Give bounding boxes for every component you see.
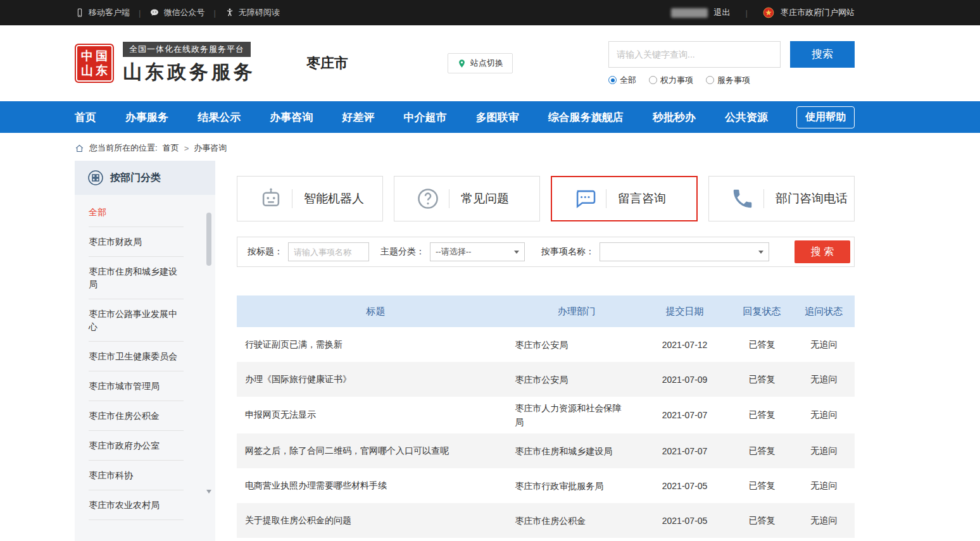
cell-followup-status: 无追问 (793, 445, 855, 457)
seal-character: 中 (80, 49, 94, 63)
site-switch-label: 站点切换 (470, 58, 503, 69)
topbar: 移动客户端 | 微信公众号 | 无障碍阅读 退出 | 枣庄市政府门户网站 (0, 0, 980, 25)
table-body: 行驶证副页已满，需换新枣庄市公安局2021-07-12已答复无追问办理《国际旅行… (237, 327, 855, 538)
sidebar-item-7[interactable]: 枣庄市政府办公室 (89, 431, 184, 461)
sidebar-scrollbar[interactable] (206, 213, 211, 488)
cell-submit-date: 2021-07-05 (638, 516, 731, 526)
department-sidebar: 按部门分类 全部枣庄市财政局枣庄市住房和城乡建设局枣庄市公路事业发展中心枣庄市卫… (75, 161, 215, 541)
radio-circle-icon (608, 76, 617, 84)
location-pin-icon (457, 59, 467, 68)
consultation-table: 标题办理部门提交日期回复状态追问状态 行驶证副页已满，需换新枣庄市公安局2021… (237, 295, 855, 538)
consult-tabs: 智能机器人常见问题留言咨询部门咨询电话 (237, 176, 855, 221)
cell-submit-date: 2021-07-07 (638, 446, 731, 456)
divider: | (139, 8, 141, 18)
nav-item-1[interactable]: 办事服务 (125, 110, 168, 125)
cell-followup-status: 无追问 (793, 374, 855, 385)
tab-label: 常见问题 (461, 190, 509, 207)
cell-title[interactable]: 申报网页无法显示 (237, 409, 515, 421)
category-select[interactable]: --请选择-- (430, 242, 525, 261)
item-select[interactable] (600, 242, 769, 261)
seal-character: 国 (94, 49, 109, 63)
main-nav-items: 首页办事服务结果公示办事咨询好差评中介超市多图联审综合服务旗舰店秒批秒办公共资源 (75, 110, 768, 125)
nav-item-0[interactable]: 首页 (75, 110, 96, 125)
nav-item-7[interactable]: 综合服务旗舰店 (548, 110, 624, 125)
sidebar-item-9[interactable]: 枣庄市农业农村局 (89, 490, 184, 520)
tab-robot[interactable]: 智能机器人 (237, 176, 383, 221)
category-icon (87, 170, 104, 186)
cell-department: 枣庄市住房公积金 (515, 514, 638, 528)
divider (606, 189, 606, 208)
table-row: 办理《国际旅行健康证书》枣庄市公安局2021-07-09已答复无追问 (237, 362, 855, 397)
phone-icon (731, 187, 755, 211)
sidebar-item-8[interactable]: 枣庄市科协 (89, 461, 184, 490)
accessibility-link[interactable]: 无障碍阅读 (225, 7, 280, 18)
nav-help-button[interactable]: 使用帮助 (796, 106, 855, 128)
cell-title[interactable]: 关于提取住房公积金的问题 (237, 515, 515, 526)
site-header: 中国山东 全国一体化在线政务服务平台 山东政务服务 枣庄市 站点切换 搜索 全部… (0, 25, 980, 101)
sidebar-item-4[interactable]: 枣庄市卫生健康委员会 (89, 342, 184, 371)
title-filter-label: 按标题： (248, 246, 283, 258)
question-icon (416, 187, 440, 211)
scope-radio-0[interactable]: 全部 (608, 75, 636, 86)
main-nav: 首页办事服务结果公示办事咨询好差评中介超市多图联审综合服务旗舰店秒批秒办公共资源… (0, 101, 980, 133)
user-name-redacted (671, 8, 708, 18)
nav-item-9[interactable]: 公共资源 (725, 110, 768, 125)
table-header-cell: 办理部门 (515, 304, 638, 318)
mobile-client-link[interactable]: 移动客户端 (75, 7, 130, 18)
logout-link[interactable]: 退出 (714, 7, 731, 18)
chevron-down-icon (514, 251, 519, 254)
sidebar-item-3[interactable]: 枣庄市公路事业发展中心 (89, 299, 184, 342)
scope-radio-2[interactable]: 服务事项 (706, 75, 750, 86)
tab-phone[interactable]: 部门咨询电话 (708, 176, 855, 221)
cell-title[interactable]: 电商营业执照办理需要哪些材料手续 (237, 480, 515, 492)
wechat-link[interactable]: 微信公众号 (149, 7, 204, 18)
cell-followup-status: 无追问 (793, 409, 855, 421)
title-filter-input[interactable] (288, 242, 369, 261)
accessibility-label: 无障碍阅读 (239, 7, 280, 18)
nav-item-8[interactable]: 秒批秒办 (653, 110, 696, 125)
cell-reply-status: 已答复 (731, 339, 793, 351)
scrollbar-down-arrow-icon[interactable] (206, 490, 211, 494)
sidebar-item-6[interactable]: 枣庄市住房公积金 (89, 401, 184, 431)
sidebar-item-1[interactable]: 枣庄市财政局 (89, 227, 184, 257)
nav-item-2[interactable]: 结果公示 (198, 110, 241, 125)
tab-question[interactable]: 常见问题 (394, 176, 540, 221)
nav-item-3[interactable]: 办事咨询 (270, 110, 313, 125)
national-emblem-icon (763, 7, 774, 18)
filter-search-button[interactable]: 搜 索 (795, 240, 850, 263)
sidebar-item-5[interactable]: 枣庄市城市管理局 (89, 371, 184, 401)
site-switch-button[interactable]: 站点切换 (448, 53, 513, 73)
site-logo[interactable]: 中国山东 全国一体化在线政务服务平台 山东政务服务 (75, 42, 256, 85)
scrollbar-thumb[interactable] (206, 213, 211, 266)
breadcrumb-home-link[interactable]: 首页 (163, 142, 179, 154)
seal-character: 东 (94, 63, 109, 78)
table-row: 电商营业执照办理需要哪些材料手续枣庄市行政审批服务局2021-07-05已答复无… (237, 468, 855, 503)
sidebar-item-2[interactable]: 枣庄市住房和城乡建设局 (89, 257, 184, 299)
cell-reply-status: 已答复 (731, 374, 793, 385)
sidebar-title: 按部门分类 (110, 171, 161, 185)
keyword-search-input[interactable] (608, 41, 781, 68)
cell-title[interactable]: 行驶证副页已满，需换新 (237, 339, 515, 351)
breadcrumb-current: 办事咨询 (194, 142, 227, 154)
cell-title[interactable]: 网签之后，除了合同二维码，官网哪个入口可以查呢 (237, 445, 515, 457)
tab-message[interactable]: 留言咨询 (551, 176, 698, 221)
nav-item-4[interactable]: 好差评 (342, 110, 374, 125)
tab-label: 部门咨询电话 (776, 190, 848, 207)
table-header-cell: 标题 (237, 306, 515, 318)
nav-item-5[interactable]: 中介超市 (404, 110, 447, 125)
department-list: 全部枣庄市财政局枣庄市住房和城乡建设局枣庄市公路事业发展中心枣庄市卫生健康委员会… (75, 195, 215, 533)
cell-submit-date: 2021-07-09 (638, 375, 731, 385)
divider (449, 189, 449, 208)
nav-item-6[interactable]: 多图联审 (476, 110, 519, 125)
platform-badge: 全国一体化在线政务服务平台 (123, 42, 251, 57)
divider (292, 189, 292, 208)
cell-title[interactable]: 办理《国际旅行健康证书》 (237, 374, 515, 385)
shandong-seal-logo: 中国山东 (75, 44, 114, 83)
scope-radio-1[interactable]: 权力事项 (649, 75, 693, 86)
cell-followup-status: 无追问 (793, 480, 855, 492)
portal-link[interactable]: 枣庄市政府门户网站 (781, 7, 855, 18)
cell-followup-status: 无追问 (793, 515, 855, 526)
keyword-search-button[interactable]: 搜索 (790, 41, 855, 68)
sidebar-item-0[interactable]: 全部 (89, 197, 184, 227)
cell-department: 枣庄市行政审批服务局 (515, 479, 638, 493)
